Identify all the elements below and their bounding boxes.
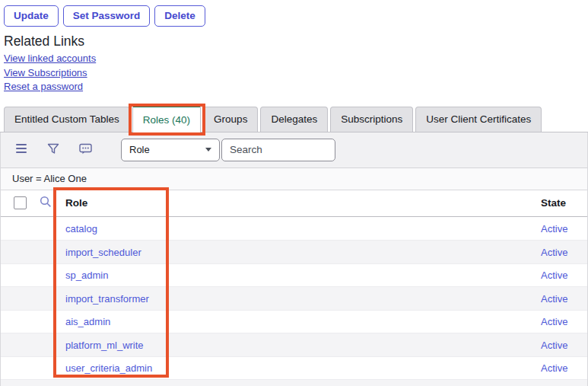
- state-cell[interactable]: Active: [541, 316, 567, 327]
- form-action-buttons: UpdateSet PasswordDelete: [0, 0, 588, 27]
- column-search-button[interactable]: [40, 196, 52, 210]
- delete-button[interactable]: Delete: [154, 5, 205, 27]
- table-header-row: Role State: [1, 190, 587, 217]
- tab-roles-40[interactable]: Roles (40): [132, 104, 201, 132]
- table-body: catalog Active import_scheduler Active s…: [1, 217, 587, 380]
- list-menu-button[interactable]: [16, 144, 27, 155]
- tab-subscriptions[interactable]: Subscriptions: [330, 107, 413, 132]
- table-row: ais_admin Active: [1, 310, 587, 333]
- filter-icon: [47, 143, 59, 157]
- search-field-select-value: Role: [129, 144, 150, 155]
- select-all-checkbox[interactable]: [14, 196, 27, 209]
- role-link-cell[interactable]: sp_admin: [65, 270, 108, 281]
- related-lists-tabstrip: Entitled Custom Tables Roles (40) Groups…: [0, 107, 588, 132]
- state-cell[interactable]: Active: [541, 339, 567, 350]
- table-row: catalog Active: [1, 217, 587, 241]
- view-subscriptions-link[interactable]: View Subscriptions: [4, 67, 588, 80]
- state-cell[interactable]: Active: [541, 292, 567, 304]
- feedback-icon: [79, 143, 92, 157]
- table-row: import_scheduler Active: [1, 240, 587, 263]
- role-link-cell[interactable]: user_criteria_admin: [65, 362, 152, 374]
- filter-button[interactable]: [47, 143, 59, 157]
- related-links-heading: Related Links: [4, 33, 588, 49]
- role-link-cell[interactable]: ais_admin: [65, 316, 110, 327]
- state-cell[interactable]: Active: [541, 362, 567, 374]
- table-row: user_criteria_admin Active: [1, 356, 587, 380]
- breadcrumb-row: User = Alice One: [1, 168, 587, 190]
- table-row: platform_ml_write Active: [1, 333, 587, 356]
- related-links-list: View linked accountsView SubscriptionsRe…: [4, 53, 588, 94]
- column-header-state[interactable]: State: [541, 197, 566, 209]
- role-link-cell[interactable]: platform_ml_write: [65, 339, 144, 350]
- tab-user-client-certificates[interactable]: User Client Certificates: [415, 107, 542, 132]
- feedback-button[interactable]: [79, 143, 92, 157]
- state-cell[interactable]: Active: [541, 246, 567, 257]
- column-header-role[interactable]: Role: [65, 197, 87, 209]
- search-field-select[interactable]: Role: [121, 139, 220, 161]
- view-linked-accounts-link[interactable]: View linked accounts: [4, 53, 588, 65]
- role-link-cell[interactable]: catalog: [65, 222, 97, 234]
- roles-list-panel: Role User = Alice One Role State catalog…: [0, 132, 588, 386]
- set-password-button[interactable]: Set Password: [63, 5, 151, 27]
- update-button[interactable]: Update: [4, 5, 59, 27]
- state-cell[interactable]: Active: [541, 270, 567, 281]
- tab-delegates[interactable]: Delegates: [260, 107, 328, 132]
- record-related-lists-page: UpdateSet PasswordDelete Related Links V…: [0, 0, 588, 386]
- list-menu-icon: [16, 144, 27, 155]
- table-row: import_transformer Active: [1, 286, 587, 310]
- state-cell[interactable]: Active: [541, 222, 567, 234]
- role-link-cell[interactable]: import_scheduler: [65, 246, 141, 257]
- table-row: sp_admin Active: [1, 263, 587, 287]
- breadcrumb[interactable]: User = Alice One: [12, 173, 87, 184]
- chevron-down-icon: [205, 148, 211, 152]
- role-link-cell[interactable]: import_transformer: [65, 292, 149, 304]
- tab-groups[interactable]: Groups: [203, 107, 258, 132]
- table-row-partial: [1, 379, 587, 386]
- list-toolbar: Role: [1, 132, 587, 168]
- search-icon: [40, 196, 52, 210]
- search-input[interactable]: [221, 139, 335, 161]
- tab-entitled-custom-tables[interactable]: Entitled Custom Tables: [4, 107, 130, 132]
- reset-a-password-link[interactable]: Reset a password: [4, 81, 588, 94]
